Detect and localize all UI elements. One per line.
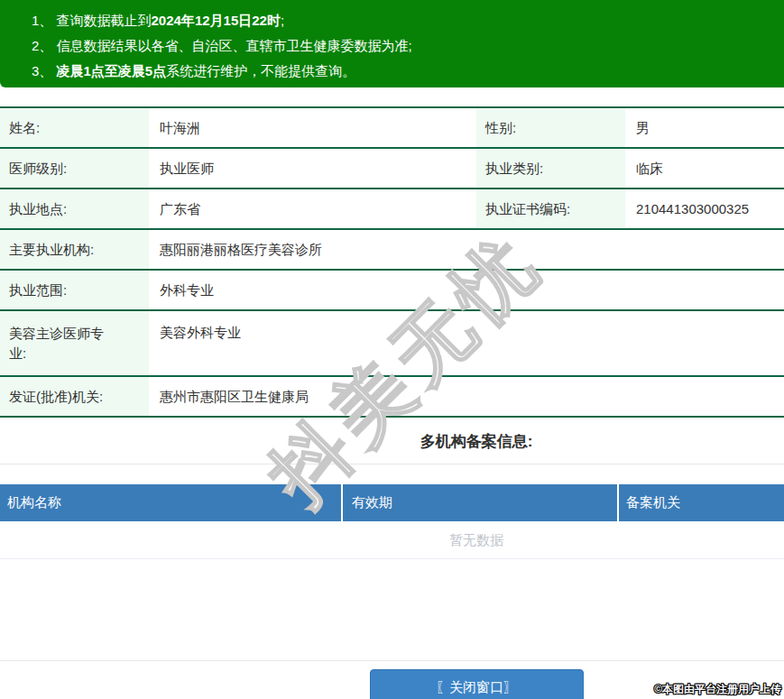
main-org-label: 主要执业机构:: [0, 230, 149, 269]
cosmetic-specialty-value: 美容外科专业: [149, 311, 784, 375]
practice-category-value: 临床: [625, 149, 784, 188]
main-org-value: 惠阳丽港丽格医疗美容诊所: [149, 230, 784, 269]
doctor-level-label: 医师级别:: [0, 149, 149, 188]
issuing-authority-label: 发证(批准)机关:: [0, 377, 149, 416]
table-row-level-category: 医师级别: 执业医师 执业类别: 临床: [0, 149, 784, 189]
practice-location-value: 广东省: [149, 189, 476, 228]
certificate-number-value: 210441303000325: [625, 189, 784, 228]
cosmetic-specialty-label: 美容主诊医师专业:: [0, 311, 149, 375]
table-row-main-org: 主要执业机构: 惠阳丽港丽格医疗美容诊所: [0, 230, 784, 271]
table-row-cosmetic-specialty: 美容主诊医师专业: 美容外科专业: [0, 311, 784, 377]
gender-value: 男: [625, 108, 784, 147]
column-header-validity: 有效期: [341, 484, 617, 521]
practice-scope-value: 外科专业: [149, 271, 784, 309]
practitioner-info-table: 姓名: 叶海洲 性别: 男 医师级别: 执业医师 执业类别: 临床 执业地点: …: [0, 106, 784, 418]
notice-line-2: 2、 信息数据结果以各省、自治区、直辖市卫生健康委数据为准;: [32, 33, 784, 59]
practice-category-label: 执业类别:: [476, 149, 625, 188]
records-section-title: 多机构备案信息:: [0, 429, 784, 455]
notice-line-2-text: 2、 信息数据结果以各省、自治区、直辖市卫生健康委数据为准;: [32, 38, 412, 53]
divider: [0, 464, 784, 464]
close-window-button[interactable]: 〖关闭窗口〗: [370, 669, 584, 699]
empty-data-text: 暂无数据: [0, 521, 784, 559]
notice-line-1-suffix: ;: [281, 13, 284, 28]
doctor-level-value: 执业医师: [149, 149, 476, 188]
column-header-org-name: 机构名称: [0, 484, 341, 521]
copyright-overlay: ©本图由平台注册用户上传: [654, 682, 781, 697]
notice-banner: 1、 查询数据截止到2024年12月15日22时; 2、 信息数据结果以各省、自…: [0, 0, 784, 87]
notice-line-3-text: 3、: [32, 63, 57, 78]
notice-line-3: 3、 凌晨1点至凌晨5点系统进行维护，不能提供查询。: [32, 59, 784, 84]
issuing-authority-value: 惠州市惠阳区卫生健康局: [149, 377, 784, 416]
certificate-number-label: 执业证书编码:: [476, 189, 625, 228]
practitioner-query-page: 1、 查询数据截止到2024年12月15日22时; 2、 信息数据结果以各省、自…: [0, 0, 784, 699]
notice-line-3-suffix: 系统进行维护，不能提供查询。: [166, 63, 355, 78]
records-table: 机构名称 有效期 备案机关 暂无数据: [0, 484, 784, 559]
practice-location-label: 执业地点:: [0, 189, 149, 228]
notice-line-3-bold: 凌晨1点至凌晨5点: [57, 63, 167, 78]
records-table-header: 机构名称 有效期 备案机关: [0, 484, 784, 521]
name-value: 叶海洲: [149, 108, 476, 147]
practice-scope-label: 执业范围:: [0, 271, 149, 309]
table-row-issuer: 发证(批准)机关: 惠州市惠阳区卫生健康局: [0, 377, 784, 418]
table-row-location-certno: 执业地点: 广东省 执业证书编码: 210441303000325: [0, 189, 784, 230]
table-row-name-gender: 姓名: 叶海洲 性别: 男: [0, 108, 784, 149]
notice-line-1-text: 1、 查询数据截止到: [32, 13, 152, 28]
notice-line-1-bold: 2024年12月15日22时: [152, 13, 281, 28]
gender-label: 性别:: [476, 108, 625, 147]
table-row-scope: 执业范围: 外科专业: [0, 271, 784, 311]
notice-line-1: 1、 查询数据截止到2024年12月15日22时;: [32, 8, 784, 33]
name-label: 姓名:: [0, 108, 149, 147]
column-header-record-authority: 备案机关: [617, 484, 784, 521]
